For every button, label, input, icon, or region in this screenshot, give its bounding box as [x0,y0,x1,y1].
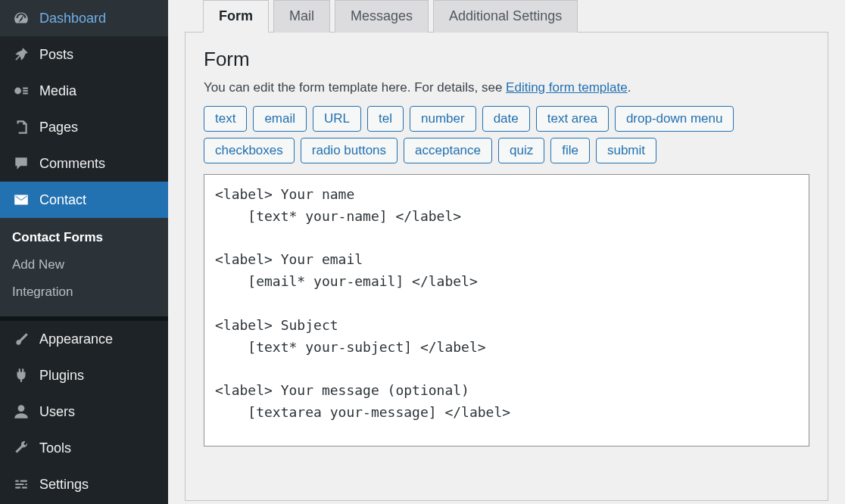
tab-form[interactable]: Form [203,0,269,33]
sidebar-item-settings[interactable]: Settings [0,466,168,502]
dashboard-icon [12,9,30,27]
comment-icon [12,154,30,173]
panel-heading: Form [204,48,809,71]
envelope-icon [12,191,30,209]
form-template-editor[interactable] [204,174,809,446]
user-icon [12,403,30,421]
pin-icon [12,45,30,64]
menu-label: Settings [39,477,89,493]
tab-additional-settings[interactable]: Additional Settings [433,0,578,33]
tag-btn-email[interactable]: email [253,106,307,132]
help-link-editing-template[interactable]: Editing form template [506,80,628,95]
tab-panel-form: Form You can edit the form template here… [185,32,828,501]
svg-point-1 [18,405,25,412]
menu-label: Plugins [39,368,84,384]
media-icon [12,82,30,100]
tab-messages[interactable]: Messages [335,0,429,33]
sidebar-item-comments[interactable]: Comments [0,145,168,182]
sidebar-item-dashboard[interactable]: Dashboard [0,0,168,36]
menu-label: Tools [39,440,71,456]
tag-btn-acceptance[interactable]: acceptance [404,138,492,163]
menu-label: Comments [39,156,105,172]
menu-label: Users [39,404,75,420]
menu-label: Media [39,83,76,99]
menu-label: Dashboard [39,11,106,26]
submenu-item-add-new[interactable]: Add New [0,251,168,278]
menu-label: Contact [39,192,86,208]
sidebar-item-contact[interactable]: Contact [0,182,168,218]
tab-mail[interactable]: Mail [273,0,330,33]
tag-btn-checkboxes[interactable]: checkboxes [204,138,295,163]
help-suffix: . [628,80,631,95]
tag-btn-textarea[interactable]: text area [536,106,609,132]
sidebar-submenu-contact: Contact Forms Add New Integration [0,218,168,316]
submenu-item-integration[interactable]: Integration [0,278,168,306]
sidebar-item-media[interactable]: Media [0,73,168,109]
admin-sidebar: Dashboard Posts Media Pages Comments Con… [0,0,168,504]
help-text: You can edit the form template here. For… [204,80,809,95]
tag-btn-text[interactable]: text [204,106,247,132]
sidebar-item-tools[interactable]: Tools [0,430,168,466]
sidebar-item-users[interactable]: Users [0,394,168,430]
wrench-icon [12,439,30,457]
sidebar-item-plugins[interactable]: Plugins [0,357,168,394]
tag-btn-submit[interactable]: submit [596,138,656,163]
submenu-item-contact-forms[interactable]: Contact Forms [0,224,168,251]
tag-generator-buttons: text email URL tel number date text area… [204,106,809,163]
tag-btn-url[interactable]: URL [313,106,361,132]
plug-icon [12,366,30,384]
main-content: Form Mail Messages Additional Settings F… [168,0,845,504]
sidebar-item-posts[interactable]: Posts [0,36,168,73]
tag-btn-dropdown[interactable]: drop-down menu [615,106,734,132]
tag-btn-quiz[interactable]: quiz [498,138,544,163]
settings-tabs: Form Mail Messages Additional Settings [203,0,828,33]
menu-label: Posts [39,47,73,63]
pages-icon [12,118,30,136]
menu-label: Appearance [39,331,113,347]
sidebar-item-appearance[interactable]: Appearance [0,321,168,357]
menu-label: Pages [39,120,78,135]
tag-btn-file[interactable]: file [550,138,590,163]
brush-icon [12,330,30,348]
tag-btn-date[interactable]: date [482,106,530,132]
tag-btn-number[interactable]: number [410,106,476,132]
sliders-icon [12,475,30,493]
tag-btn-radio[interactable]: radio buttons [301,138,398,163]
svg-point-0 [14,88,21,95]
sidebar-item-pages[interactable]: Pages [0,109,168,145]
help-prefix: You can edit the form template here. For… [204,80,506,95]
tag-btn-tel[interactable]: tel [367,106,404,132]
